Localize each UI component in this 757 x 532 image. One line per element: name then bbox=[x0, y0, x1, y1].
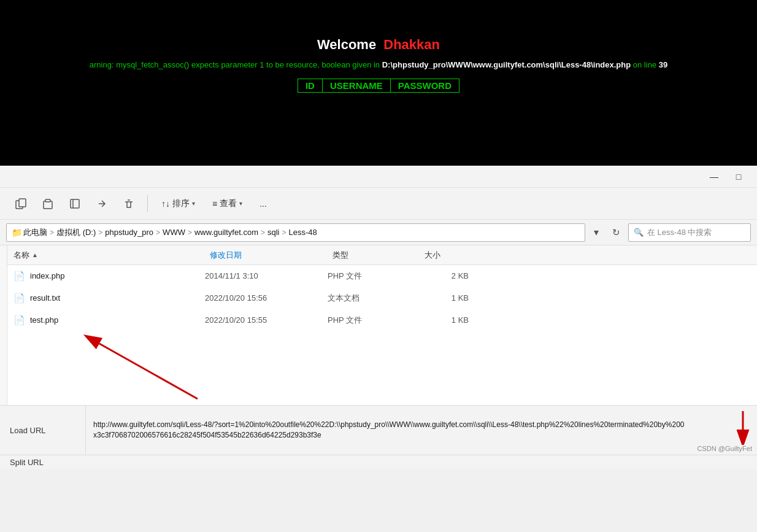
file-type-cell: PHP 文件 bbox=[328, 315, 420, 326]
search-placeholder: 在 Less-48 中搜索 bbox=[647, 227, 712, 238]
breadcrumb-less48: Less-48 bbox=[289, 228, 317, 237]
svg-rect-4 bbox=[71, 199, 79, 208]
address-refresh-icon[interactable]: ↻ bbox=[607, 224, 624, 241]
breadcrumb-guiltyfet: www.guiltyfet.com bbox=[194, 228, 258, 237]
content-area: 名称 ▲ 修改日期 类型 大小 📄 index.php bbox=[0, 245, 757, 405]
file-type-cell: 文本文档 bbox=[328, 293, 420, 304]
delete-icon[interactable] bbox=[118, 193, 140, 215]
file-name-cell: 📄 test.php bbox=[13, 315, 205, 326]
split-url-label[interactable]: Split URL bbox=[0, 455, 757, 469]
file-icon: 📄 bbox=[13, 293, 25, 304]
file-list: 名称 ▲ 修改日期 类型 大小 📄 index.php bbox=[7, 245, 757, 405]
file-name: result.txt bbox=[30, 293, 60, 303]
svg-line-7 bbox=[99, 344, 198, 399]
db-table-headers: ID USERNAME PASSWORD bbox=[298, 79, 459, 93]
sort-label: 排序 bbox=[172, 198, 190, 209]
col-name-header[interactable]: 名称 ▲ bbox=[13, 250, 210, 261]
watermark: CSDN @GuiltyFet bbox=[697, 445, 752, 452]
table-row[interactable]: 📄 result.txt 2022/10/20 15:56 文本文档 1 KB bbox=[7, 287, 757, 309]
file-size-cell: 1 KB bbox=[420, 315, 481, 325]
more-button[interactable]: ... bbox=[253, 196, 273, 211]
address-chevron-icon[interactable]: ▾ bbox=[589, 223, 604, 242]
col-type-header[interactable]: 类型 bbox=[332, 250, 425, 261]
toolbar-separator bbox=[147, 195, 148, 212]
copy-icon[interactable] bbox=[10, 193, 32, 215]
file-name: index.php bbox=[30, 271, 64, 280]
column-headers: 名称 ▲ 修改日期 类型 大小 bbox=[7, 245, 757, 265]
file-name: test.php bbox=[30, 315, 58, 325]
maximize-button[interactable]: □ bbox=[726, 168, 751, 186]
file-icon: 📄 bbox=[13, 271, 25, 282]
file-type-cell: PHP 文件 bbox=[328, 271, 420, 282]
folder-icon: 📁 bbox=[12, 228, 22, 237]
username-text: Dhakkan bbox=[383, 37, 440, 52]
warning-line: arning: mysql_fetch_assoc() expects para… bbox=[83, 59, 674, 71]
breadcrumb-sqli: sqli bbox=[267, 228, 280, 237]
bottom-red-arrow-svg bbox=[734, 408, 752, 445]
explorer-section: — □ bbox=[0, 166, 757, 469]
breadcrumb-this-pc: 此电脑 bbox=[23, 227, 47, 238]
breadcrumb-phpstudy: phpstudy_pro bbox=[105, 228, 153, 237]
red-arrow-svg bbox=[44, 331, 216, 405]
toolbar: ↑↓ 排序 ▾ ≡ 查看 ▾ ... bbox=[0, 188, 757, 220]
titlebar: — □ bbox=[0, 166, 757, 188]
col-size-header[interactable]: 大小 bbox=[425, 250, 486, 261]
paste-icon[interactable] bbox=[37, 193, 59, 215]
file-date-cell: 2014/11/1 3:10 bbox=[205, 271, 328, 280]
breadcrumb-virtual-d: 虚拟机 (D:) bbox=[56, 227, 96, 238]
breadcrumb[interactable]: 📁 此电脑 > 虚拟机 (D:) > phpstudy_pro > WWW > … bbox=[6, 223, 585, 242]
file-size-cell: 1 KB bbox=[420, 293, 481, 303]
file-icon: 📄 bbox=[13, 315, 25, 326]
more-label: ... bbox=[259, 199, 267, 209]
view-chevron-icon: ▾ bbox=[239, 200, 242, 207]
svg-rect-2 bbox=[44, 201, 52, 209]
col-username: USERNAME bbox=[323, 79, 391, 92]
view-button[interactable]: ≡ 查看 ▾ bbox=[206, 196, 248, 212]
file-date-cell: 2022/10/20 15:56 bbox=[205, 293, 328, 303]
file-date-cell: 2022/10/20 15:55 bbox=[205, 315, 328, 325]
sort-button[interactable]: ↑↓ 排序 ▾ bbox=[155, 196, 201, 212]
cut-icon[interactable] bbox=[64, 193, 86, 215]
breadcrumb-www: WWW bbox=[163, 228, 185, 237]
file-size-cell: 2 KB bbox=[420, 271, 481, 280]
web-output-section: Welcome Dhakkan arning: mysql_fetch_asso… bbox=[0, 0, 757, 166]
search-icon: 🔍 bbox=[634, 228, 644, 237]
address-bar: 📁 此电脑 > 虚拟机 (D:) > phpstudy_pro > WWW > … bbox=[0, 220, 757, 245]
file-name-cell: 📄 index.php bbox=[13, 271, 205, 282]
arrow-annotation-area bbox=[7, 331, 757, 405]
svg-rect-1 bbox=[19, 199, 26, 207]
table-row[interactable]: 📄 index.php 2014/11/1 3:10 PHP 文件 2 KB bbox=[7, 265, 757, 287]
svg-rect-3 bbox=[45, 199, 50, 202]
share-icon[interactable] bbox=[91, 193, 113, 215]
welcome-line: Welcome Dhakkan bbox=[317, 37, 440, 53]
left-panel bbox=[0, 245, 7, 405]
load-url-label[interactable]: Load URL bbox=[0, 406, 86, 455]
col-date-header[interactable]: 修改日期 bbox=[210, 250, 332, 261]
sort-chevron-icon: ▾ bbox=[192, 200, 195, 207]
minimize-button[interactable]: — bbox=[702, 168, 726, 186]
statusbar: Load URL http://www.guiltyfet.com/sqli/L… bbox=[0, 405, 757, 455]
table-row[interactable]: 📄 test.php 2022/10/20 15:55 PHP 文件 1 KB bbox=[7, 309, 757, 331]
statusbar-url: http://www.guiltyfet.com/sqli/Less-48/?s… bbox=[86, 406, 693, 455]
file-name-cell: 📄 result.txt bbox=[13, 293, 205, 304]
col-password: PASSWORD bbox=[391, 79, 459, 92]
col-id: ID bbox=[298, 79, 323, 92]
search-box[interactable]: 🔍 在 Less-48 中搜索 bbox=[628, 223, 751, 242]
welcome-text: Welcome bbox=[317, 37, 376, 52]
name-sort-icon: ▲ bbox=[32, 252, 38, 258]
view-label: 查看 bbox=[220, 198, 237, 209]
